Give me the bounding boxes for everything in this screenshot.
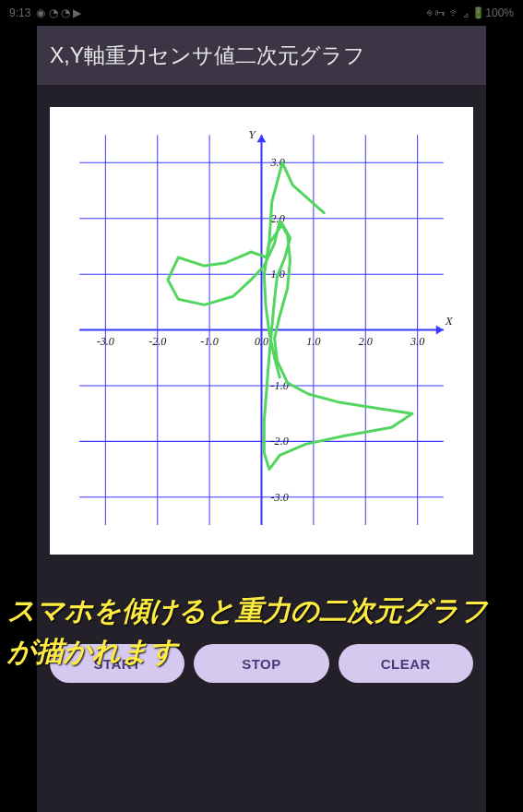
- svg-text:-1.0: -1.0: [201, 335, 219, 348]
- phone-frame: 9:13 ◉ ◔ ◔ ▶ ◉ 🗝 ᯤ ◿ 🔋100% X,Y軸重力センサ値二次元…: [0, 0, 523, 812]
- status-left-icons: ◉ ◔ ◔ ▶: [36, 6, 81, 19]
- svg-text:3.0: 3.0: [410, 335, 424, 348]
- gravity-chart: -3.0-2.0-1.00.01.02.03.0-3.0-2.0-1.01.02…: [57, 116, 466, 543]
- overlay-caption: スマホを傾けると重力の二次元グラフが描かれます: [7, 591, 516, 671]
- app-title-bar: X,Y軸重力センサ値二次元グラフ: [37, 26, 486, 85]
- svg-text:1.0: 1.0: [306, 335, 320, 348]
- svg-text:0.0: 0.0: [255, 335, 268, 348]
- app-window: X,Y軸重力センサ値二次元グラフ -3.0-2.0-1.00.01.02.03.…: [37, 26, 486, 812]
- svg-text:-3.0: -3.0: [97, 335, 114, 348]
- android-status-bar: 9:13 ◉ ◔ ◔ ▶ ◉ 🗝 ᯤ ◿ 🔋100%: [0, 0, 523, 26]
- app-title: X,Y軸重力センサ値二次元グラフ: [50, 42, 365, 70]
- svg-text:-2.0: -2.0: [149, 335, 166, 348]
- status-right-icons: ◉ 🗝 ᯤ ◿ 🔋100%: [426, 6, 514, 19]
- svg-text:Y: Y: [248, 127, 256, 141]
- svg-text:X: X: [445, 314, 454, 328]
- chart-card: -3.0-2.0-1.00.01.02.03.0-3.0-2.0-1.01.02…: [50, 107, 473, 555]
- svg-text:2.0: 2.0: [359, 335, 373, 348]
- svg-text:-2.0: -2.0: [271, 435, 289, 448]
- status-time: 9:13: [9, 6, 30, 19]
- svg-text:-3.0: -3.0: [271, 491, 289, 504]
